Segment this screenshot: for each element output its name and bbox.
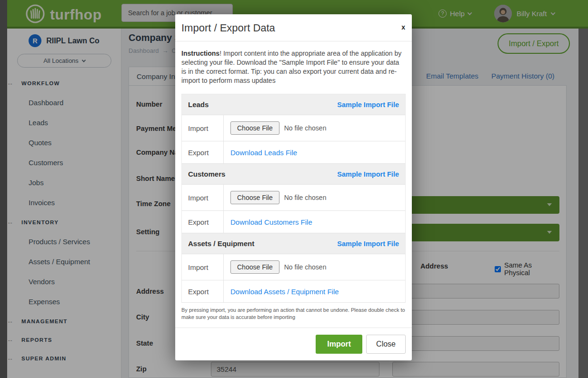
- import-button[interactable]: Import: [316, 335, 362, 354]
- import-row-label: Import: [182, 115, 224, 141]
- customers-export-row: Export Download Customers File: [182, 211, 405, 233]
- customers-no-file-text: No file chosen: [284, 194, 327, 201]
- leads-sample-import-link[interactable]: Sample Import File: [337, 101, 399, 109]
- download-customers-link[interactable]: Download Customers File: [230, 218, 312, 226]
- modal-footer: Import Close: [175, 328, 412, 360]
- assets-export-row: Export Download Assets / Equipment File: [182, 280, 405, 303]
- leads-section-header: Leads Sample Import File: [182, 94, 405, 115]
- customers-import-row: Import Choose File No file chosen: [182, 185, 405, 211]
- customers-choose-file-button[interactable]: Choose File: [230, 191, 279, 204]
- modal-body: Instructions! Import content into the ap…: [175, 41, 412, 321]
- customers-section-header: Customers Sample Import File: [182, 164, 405, 185]
- import-row-label: Import: [182, 185, 224, 210]
- instructions-text: Instructions! Import content into the ap…: [181, 49, 406, 85]
- import-export-table: Leads Sample Import File Import Choose F…: [181, 94, 406, 303]
- leads-section-title: Leads: [188, 100, 209, 109]
- instructions-bold: Instructions: [181, 50, 219, 57]
- assets-sample-import-link[interactable]: Sample Import File: [337, 240, 399, 248]
- assets-section-title: Assets / Equipment: [188, 239, 254, 248]
- import-warning-text: By pressing import, you are performing a…: [181, 307, 406, 321]
- leads-no-file-text: No file chosen: [284, 124, 327, 132]
- close-button[interactable]: Close: [366, 335, 406, 354]
- customers-sample-import-link[interactable]: Sample Import File: [337, 170, 399, 178]
- download-leads-link[interactable]: Download Leads File: [230, 149, 297, 157]
- assets-choose-file-button[interactable]: Choose File: [230, 260, 279, 274]
- modal-header: Import / Export Data x: [175, 14, 412, 41]
- export-row-label: Export: [182, 141, 224, 163]
- download-assets-link[interactable]: Download Assets / Equipment File: [230, 288, 339, 296]
- leads-export-row: Export Download Leads File: [182, 141, 405, 164]
- export-row-label: Export: [182, 211, 224, 233]
- modal-title: Import / Export Data: [181, 22, 406, 34]
- assets-import-row: Import Choose File No file chosen: [182, 254, 405, 280]
- import-export-modal: Import / Export Data x Instructions! Imp…: [175, 14, 412, 360]
- app-root: turfhop ? Help Billy Kraft R RIIPL Lawn …: [0, 0, 588, 378]
- customers-section-title: Customers: [188, 170, 225, 178]
- leads-import-row: Import Choose File No file chosen: [182, 115, 405, 141]
- assets-no-file-text: No file chosen: [284, 263, 327, 271]
- assets-section-header: Assets / Equipment Sample Import File: [182, 233, 405, 254]
- close-icon[interactable]: x: [401, 24, 405, 30]
- export-row-label: Export: [182, 280, 224, 302]
- leads-choose-file-button[interactable]: Choose File: [230, 121, 279, 135]
- import-row-label: Import: [182, 254, 224, 280]
